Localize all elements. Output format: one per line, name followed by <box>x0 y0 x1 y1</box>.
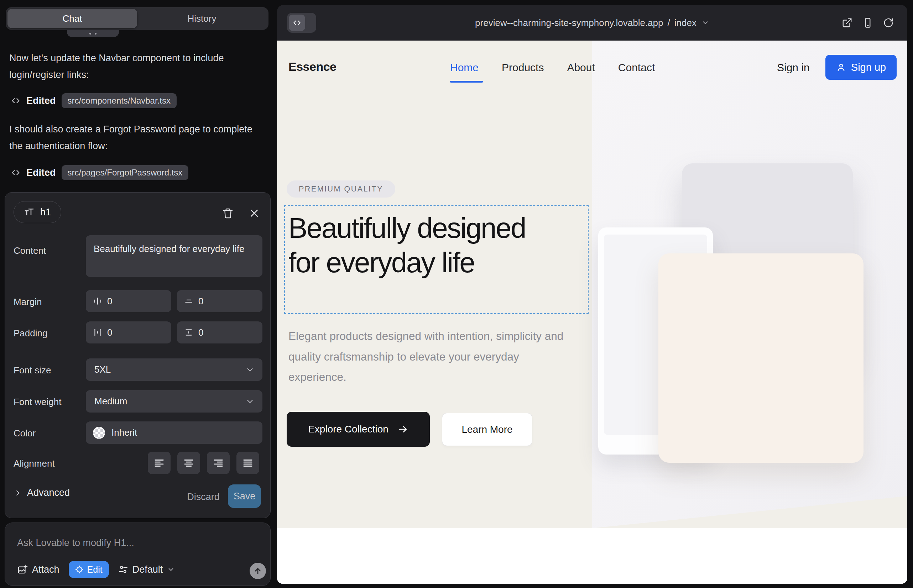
url-breadcrumb[interactable]: preview--charming-site-symphony.lovable.… <box>277 5 907 40</box>
nav-link-about[interactable]: About <box>567 61 595 74</box>
edited-label: Edited <box>26 167 56 178</box>
preview-actions <box>842 5 894 40</box>
chevron-down-icon <box>167 565 175 573</box>
attach-button[interactable]: Attach <box>17 564 60 575</box>
chevron-down-icon <box>245 365 254 375</box>
file-edit-row: Edited src/components/Navbar.tsx <box>11 92 176 109</box>
chevron-down-icon <box>245 397 254 406</box>
hero-description: Elegant products designed with intention… <box>288 326 579 388</box>
chat-message: I should also create a Forgot Password p… <box>9 121 263 155</box>
hero-heading[interactable]: Beautifully designed for everyday life <box>288 211 538 280</box>
arrow-up-icon <box>253 566 262 575</box>
discard-button[interactable]: Discard <box>182 486 224 508</box>
learn-more-button[interactable]: Learn More <box>442 413 533 446</box>
crosshair-icon <box>75 565 84 574</box>
element-tag-label: h1 <box>40 207 51 218</box>
explore-collection-label: Explore Collection <box>308 423 389 435</box>
sign-up-button[interactable]: Sign up <box>826 55 897 80</box>
preview-page-name: index <box>674 18 696 29</box>
site-preview-page: Essence Home Products About Contact Sign… <box>277 40 907 584</box>
file-chip[interactable]: src/components/Navbar.tsx <box>62 93 176 108</box>
mode-selector[interactable]: Default <box>118 564 175 575</box>
decorative-beige-card <box>659 254 863 463</box>
file-chip[interactable]: src/pages/ForgotPassword.tsx <box>62 165 189 180</box>
align-left-button[interactable] <box>148 452 170 474</box>
tab-chat[interactable]: Chat <box>8 9 137 28</box>
prompt-input[interactable] <box>17 535 252 551</box>
delete-element-button[interactable] <box>220 205 236 221</box>
color-label: Color <box>13 428 36 439</box>
transparency-swatch-icon <box>93 427 105 439</box>
margin-y-input[interactable]: 0 <box>177 290 262 312</box>
refresh-icon[interactable] <box>883 18 894 28</box>
content-label: Content <box>13 245 46 256</box>
sign-up-label: Sign up <box>851 61 886 73</box>
margin-label: Margin <box>13 297 42 307</box>
mode-label: Default <box>133 564 163 575</box>
padding-vertical-icon <box>184 328 193 337</box>
padding-x-input[interactable]: 0 <box>86 321 171 344</box>
url-separator: / <box>668 18 670 29</box>
advanced-toggle[interactable]: Advanced <box>13 487 70 498</box>
font-weight-select[interactable]: Medium <box>86 390 262 412</box>
send-button[interactable] <box>249 563 266 579</box>
color-select[interactable]: Inherit <box>86 422 262 444</box>
align-justify-button[interactable] <box>236 452 259 474</box>
align-left-icon <box>153 457 165 469</box>
chat-sidebar: Chat History Now let's update the Navbar… <box>0 0 277 588</box>
nav-link-products[interactable]: Products <box>502 61 544 74</box>
alignment-label: Alignment <box>13 458 55 469</box>
scrolled-message-peek[interactable] <box>67 30 119 37</box>
font-size-select[interactable]: 5XL <box>86 359 262 381</box>
align-center-icon <box>183 457 195 469</box>
close-editor-button[interactable] <box>246 205 262 221</box>
margin-vertical-icon <box>184 297 193 306</box>
sliders-icon <box>118 564 128 575</box>
active-nav-underline <box>450 81 483 82</box>
next-section-background <box>277 528 907 584</box>
explore-collection-button[interactable]: Explore Collection <box>287 412 430 447</box>
sign-in-link[interactable]: Sign in <box>777 61 810 74</box>
margin-x-input[interactable]: 0 <box>86 290 171 312</box>
font-size-label: Font size <box>13 365 51 376</box>
edited-label: Edited <box>26 95 56 107</box>
color-value: Inherit <box>112 427 137 438</box>
edit-mode-button[interactable]: Edit <box>69 561 109 578</box>
font-weight-value: Medium <box>94 396 127 407</box>
margin-horizontal-icon <box>93 297 102 306</box>
save-button[interactable]: Save <box>228 485 261 508</box>
prompt-composer: Attach Edit Default <box>5 522 270 586</box>
font-weight-label: Font weight <box>13 396 61 407</box>
edit-label: Edit <box>87 564 102 575</box>
file-edit-row: Edited src/pages/ForgotPassword.tsx <box>11 165 188 181</box>
margin-x-value: 0 <box>107 296 112 307</box>
margin-y-value: 0 <box>198 296 203 307</box>
preview-toolbar: preview--charming-site-symphony.lovable.… <box>277 5 907 40</box>
padding-y-input[interactable]: 0 <box>177 321 262 344</box>
composer-toolbar: Attach Edit Default <box>17 561 175 578</box>
padding-label: Padding <box>13 328 47 339</box>
align-center-button[interactable] <box>177 452 200 474</box>
chat-history-tabbar: Chat History <box>6 7 269 30</box>
align-justify-icon <box>242 457 254 469</box>
open-external-icon[interactable] <box>842 18 853 28</box>
element-editor-panel: h1 Content Beautifully designed for ever… <box>5 192 270 518</box>
user-icon <box>836 62 846 72</box>
nav-link-home[interactable]: Home <box>450 61 479 74</box>
content-textarea[interactable]: Beautifully designed for everyday life <box>94 242 254 270</box>
content-field-wrap: Beautifully designed for everyday life <box>86 235 262 277</box>
code-icon <box>11 96 21 106</box>
arrow-right-icon <box>398 424 408 435</box>
premium-quality-badge: PREMIUM QUALITY <box>287 181 395 197</box>
nav-link-contact[interactable]: Contact <box>618 61 655 74</box>
align-right-button[interactable] <box>207 452 230 474</box>
tab-history[interactable]: History <box>137 9 267 28</box>
site-logo[interactable]: Essence <box>288 60 337 74</box>
site-nav: Home Products About Contact <box>450 61 655 74</box>
attach-image-icon <box>17 564 28 575</box>
padding-y-value: 0 <box>198 327 203 338</box>
font-size-value: 5XL <box>94 364 111 375</box>
trash-icon <box>222 207 233 219</box>
selected-element-badge: h1 <box>13 201 61 223</box>
mobile-view-icon[interactable] <box>863 18 873 28</box>
